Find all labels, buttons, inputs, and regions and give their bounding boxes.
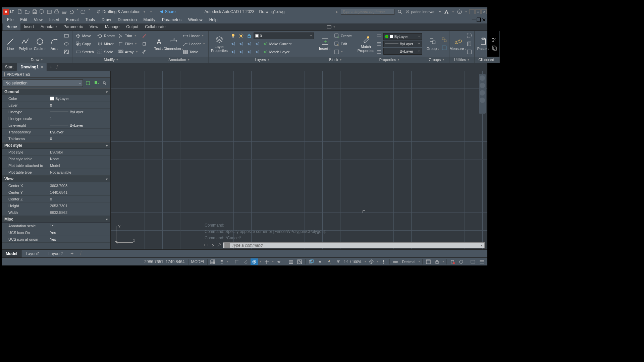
edit-attr-button[interactable]: ▼ [333, 48, 353, 56]
tab-start[interactable]: Start [2, 63, 17, 71]
qat-open-icon[interactable] [24, 8, 31, 15]
menu-file[interactable]: File [4, 16, 17, 23]
prop-value[interactable]: 0 [49, 102, 110, 108]
prop-row[interactable]: Width6632.5862 [2, 209, 110, 216]
make-current-button[interactable]: Make Current [262, 40, 293, 48]
workspace-switching-icon[interactable] [368, 258, 375, 265]
ribbon-tab-manage[interactable]: Manage [102, 23, 123, 31]
prop-row[interactable]: Plot table typeNot available [2, 169, 110, 176]
prop-row[interactable]: Center Y1440.6841 [2, 189, 110, 196]
qat-undo-icon[interactable] [68, 8, 75, 15]
hatch-icon[interactable] [63, 48, 70, 56]
prop-row[interactable]: LineweightByLayer [2, 122, 110, 129]
arc-button[interactable]: Arc [47, 33, 62, 55]
create-block-button[interactable]: Create [333, 32, 353, 40]
app-logo[interactable]: A [3, 9, 9, 15]
ungroup-icon[interactable] [440, 36, 448, 44]
layer-sun-icon[interactable] [237, 32, 245, 40]
layer-lock-icon[interactable] [246, 32, 253, 40]
prop-value[interactable]: Yes [49, 229, 110, 236]
prop-value[interactable]: None [49, 156, 110, 162]
menu-format[interactable]: Format [63, 16, 82, 23]
hardware-accel-icon[interactable] [458, 258, 465, 265]
layout-tab-2[interactable]: Layout2 [44, 250, 67, 257]
layer-bulb-icon[interactable] [229, 32, 237, 40]
menu-draw[interactable]: Draw [98, 16, 114, 23]
qat-plot-icon[interactable] [53, 8, 60, 15]
prop-value[interactable]: 1:1 [49, 223, 110, 229]
prop-value[interactable]: Yes [49, 236, 110, 242]
group-button[interactable]: Group [426, 33, 440, 55]
lock-ui-icon[interactable] [433, 258, 441, 265]
lineweight-control[interactable]: ByLayer [383, 41, 422, 47]
osnap-toggle-icon[interactable] [263, 258, 270, 265]
doc-close-button[interactable]: ✕ [482, 17, 486, 23]
menu-parametric[interactable]: Parametric [159, 16, 185, 23]
coordinates[interactable]: 2986.7651, 1749.8464 [144, 259, 184, 264]
menu-tools[interactable]: Tools [82, 16, 98, 23]
grid-toggle-icon[interactable] [209, 258, 216, 265]
paste-button[interactable]: Paste [476, 33, 491, 55]
navigation-bar[interactable] [479, 74, 486, 114]
stretch-button[interactable]: Stretch [74, 48, 95, 56]
ribbon-tab-view[interactable]: View [86, 23, 102, 31]
qat-redo-icon[interactable] [80, 8, 87, 15]
ribbon-tab-home[interactable]: Home [3, 23, 20, 31]
prop-value[interactable]: 0 [49, 135, 110, 142]
cmdline-recent-icon[interactable]: ▲ [480, 244, 483, 247]
customization-icon[interactable] [478, 258, 485, 265]
menu-modify[interactable]: Modify [140, 16, 159, 23]
rotate-button[interactable]: Rotate [96, 32, 116, 40]
ribbon-toggle[interactable]: ▼ [325, 23, 336, 31]
copy-button[interactable]: Copy [74, 40, 95, 48]
close-button[interactable]: ✕ [481, 9, 487, 14]
otrack-toggle-icon[interactable] [275, 258, 283, 265]
selection-cycling-icon[interactable] [308, 258, 315, 265]
array-button[interactable]: Array▼ [117, 48, 139, 56]
autodesk-icon[interactable] [444, 9, 449, 14]
layer-isolate-icon[interactable] [254, 40, 261, 48]
explode-icon[interactable] [141, 40, 148, 48]
leader-button[interactable]: Leader▼ [182, 40, 206, 48]
rectangle-icon[interactable] [63, 32, 70, 40]
cmdline-customize-icon[interactable] [217, 243, 221, 248]
nav-zoom-icon[interactable] [480, 90, 485, 96]
prop-section-misc[interactable]: Misc [2, 216, 110, 223]
annoscale-icon[interactable]: A [334, 258, 341, 265]
layer-icon-a[interactable] [229, 48, 237, 56]
search-icon[interactable] [397, 9, 402, 14]
move-button[interactable]: Move [74, 32, 95, 40]
tab-drawing1[interactable]: Drawing1✕ [17, 63, 47, 71]
ribbon-tab-parametric[interactable]: Parametric [60, 23, 86, 31]
linetype-control[interactable]: ByLayer [383, 48, 422, 55]
quick-select-icon[interactable] [84, 79, 92, 87]
ribbon-tab-output[interactable]: Output [123, 23, 142, 31]
color-control[interactable]: ByLayer [383, 33, 422, 40]
autoscale-icon[interactable]: A [325, 258, 332, 265]
menu-help[interactable]: Help [206, 16, 221, 23]
add-layout-button[interactable]: + [67, 251, 77, 257]
layer-lock2-icon[interactable] [246, 40, 253, 48]
doc-minimize-button[interactable]: ─ [472, 17, 476, 23]
command-input[interactable]: Type a command ▲ [223, 242, 485, 248]
panel-draw-title[interactable]: Draw [2, 57, 72, 63]
layout-tab-1[interactable]: Layout1 [22, 250, 45, 257]
ellipse-icon[interactable] [63, 40, 70, 48]
prop-value[interactable]: ByLayer [49, 129, 110, 135]
offset-icon[interactable] [141, 48, 148, 56]
polyline-button[interactable]: Polyline [18, 33, 33, 55]
panel-utilities-title[interactable]: Utilities [449, 57, 474, 63]
prop-row[interactable]: LinetypeByLayer [2, 109, 110, 115]
prop-row[interactable]: UCS icon at originYes [2, 236, 110, 243]
qat-new-icon[interactable] [16, 8, 23, 15]
prop-row[interactable]: Annotation scale1:1 [2, 223, 110, 229]
panel-block-title[interactable]: Block [316, 57, 355, 63]
model-space-button[interactable]: MODEL [189, 259, 208, 265]
cut-icon[interactable] [491, 36, 498, 44]
new-tab-button[interactable]: + [47, 64, 55, 70]
bylayer-icon[interactable] [375, 32, 383, 40]
measure-button[interactable]: Measure [451, 33, 466, 55]
line-button[interactable]: Line [3, 33, 18, 55]
linear-button[interactable]: Linear▼ [182, 32, 206, 40]
ribbon-tab-annotate[interactable]: Annotate [37, 23, 60, 31]
